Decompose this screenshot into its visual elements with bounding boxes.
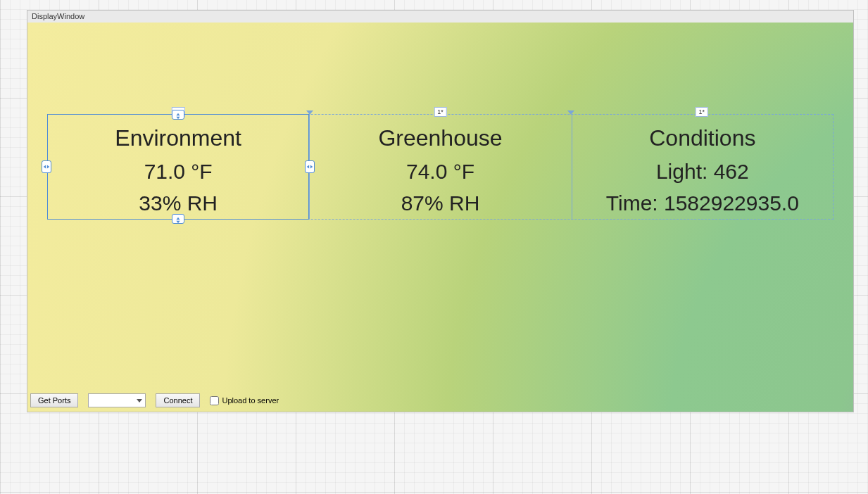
get-ports-button[interactable]: Get Ports [30,393,78,407]
connect-button[interactable]: Connect [156,393,200,407]
port-combobox[interactable] [88,393,146,407]
designer-surface[interactable]: DisplayWindow Environment 71.0 °F 33% RH… [0,0,868,494]
resize-handle-right-icon[interactable] [305,160,315,173]
resize-handle-left-icon[interactable] [42,160,51,173]
upload-label-text: Upload to server [222,396,279,405]
column-size-tag[interactable]: 1* [696,107,709,117]
resize-handle-bottom-icon[interactable] [172,214,184,224]
selected-element-adorner[interactable] [47,114,309,220]
upload-checkbox-label[interactable]: Upload to server [210,396,279,405]
grid-column-line [572,114,572,220]
window-title: DisplayWindow [27,11,853,23]
control-bar: Get Ports Connect Upload to server [30,393,279,407]
upload-checkbox[interactable] [210,396,219,405]
window-frame[interactable]: DisplayWindow Environment 71.0 °F 33% RH… [27,10,854,412]
resize-handle-top-icon[interactable] [172,110,184,120]
client-area[interactable]: Environment 71.0 °F 33% RH Greenhouse 74… [27,23,853,412]
column-size-tag[interactable]: 1* [434,107,447,117]
